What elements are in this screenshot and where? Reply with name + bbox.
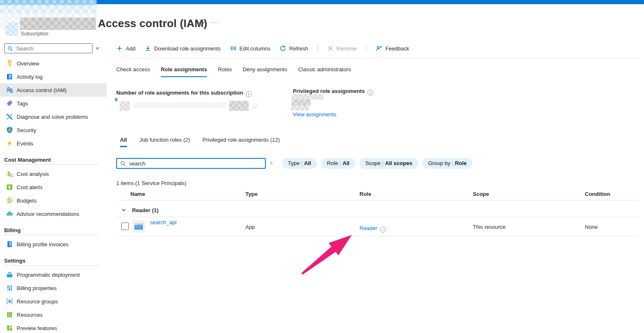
sidebar-item-resources[interactable]: Resources <box>0 308 107 321</box>
header-divider-line <box>116 200 638 200</box>
pill-value: Role <box>455 160 467 166</box>
edit-columns-icon <box>230 45 237 52</box>
sidebar-search-box[interactable] <box>4 43 92 53</box>
clear-search-icon[interactable]: × <box>270 159 273 166</box>
edit-columns-button[interactable]: Edit columns <box>230 45 270 52</box>
sidebar-item-programmatic-deployment[interactable]: Programmatic deployment <box>0 268 107 281</box>
favorite-star-icon[interactable] <box>197 20 205 28</box>
row-type-cell: App <box>245 224 255 230</box>
sidebar-section-cost-management: Cost Management <box>4 157 51 163</box>
info-icon[interactable] <box>367 90 373 95</box>
column-header-role[interactable]: Role <box>359 191 371 197</box>
tab-check-access[interactable]: Check access <box>116 66 150 77</box>
sidebar-item-tags[interactable]: Tags <box>0 97 107 110</box>
row-role-cell: Reader <box>359 225 386 233</box>
sidebar-item-budgets[interactable]: $ Budgets <box>0 194 107 207</box>
info-icon[interactable] <box>380 227 386 233</box>
sidebar-item-billing-profile-invoices[interactable]: Billing profile invoices <box>0 238 107 251</box>
info-icon[interactable] <box>246 91 252 97</box>
tab-role-assignments[interactable]: Role assignments <box>161 66 207 77</box>
role-link[interactable]: Reader <box>359 225 377 231</box>
sidebar-item-diagnose[interactable]: Diagnose and solve problems <box>0 110 107 123</box>
filter-pill-scope[interactable]: Scope : All scopes <box>359 158 418 169</box>
sidebar-item-resource-groups[interactable]: Resource groups <box>0 295 107 308</box>
assignment-search-input[interactable] <box>128 160 265 167</box>
tab-deny-assignments[interactable]: Deny assignments <box>242 66 287 77</box>
download-role-assignments-button[interactable]: Download role assignments <box>145 45 221 52</box>
filter-pill-group-by[interactable]: Group by : Role <box>422 158 473 169</box>
sidebar-item-label: Billing profile invoices <box>17 241 68 248</box>
assignment-search-box[interactable] <box>116 158 266 169</box>
pill-label: Scope <box>365 160 381 166</box>
sidebar-item-preview-features[interactable]: Preview features <box>0 321 107 333</box>
sidebar-item-label: Resources <box>17 312 42 318</box>
access-control-icon <box>6 86 13 94</box>
collapse-sidebar-icon[interactable]: « <box>96 44 99 51</box>
redacted-subscription-icon <box>6 23 18 36</box>
redacted-value <box>292 94 323 100</box>
sidebar-item-cost-analysis[interactable]: $ Cost analysis <box>0 167 107 180</box>
sidebar-item-label: Resource groups <box>17 298 58 305</box>
preview-features-icon <box>6 324 13 332</box>
sidebar-item-security[interactable]: Security <box>0 123 107 137</box>
sidebar-item-overview[interactable]: Overview <box>0 57 107 70</box>
sidebar-item-billing-properties[interactable]: Billing properties <box>0 281 107 295</box>
app-icon <box>132 220 145 234</box>
sidebar-item-label: Security <box>17 127 36 133</box>
sidebar-item-cost-alerts[interactable]: $ Cost alerts <box>0 180 107 194</box>
shield-lock-icon <box>6 126 13 134</box>
remove-button[interactable]: Remove <box>327 45 357 52</box>
svg-text:$: $ <box>8 185 11 190</box>
column-header-type[interactable]: Type <box>245 191 257 197</box>
role-count-title: Number of role assignments for this subs… <box>116 90 252 97</box>
column-header-scope[interactable]: Scope <box>473 191 489 197</box>
sidebar-item-advisor-recommendations[interactable]: Advisor recommendations <box>0 207 107 220</box>
tab-roles[interactable]: Roles <box>218 66 232 77</box>
sidebar-item-label: Events <box>17 140 33 147</box>
more-actions-icon[interactable]: ··· <box>211 18 220 25</box>
pill-separator: : <box>338 160 342 166</box>
column-header-name[interactable]: Name <box>130 191 145 197</box>
row-checkbox[interactable] <box>121 223 129 230</box>
filter-tab-bar: All Job function roles (2) Privileged ro… <box>120 137 280 147</box>
group-row-label[interactable]: Reader (1) <box>132 207 159 213</box>
group-collapse-chevron[interactable] <box>121 208 126 214</box>
sidebar-item-label: Activity log <box>17 74 42 80</box>
feedback-button[interactable]: Feedback <box>375 45 409 52</box>
chevron-down-icon <box>121 208 126 213</box>
resource-group-icon <box>6 298 13 305</box>
pill-value: All scopes <box>385 160 412 166</box>
button-label: Feedback <box>385 45 409 52</box>
sidebar-item-label: Tags <box>17 100 28 107</box>
tab-classic-administrators[interactable]: Classic administrators <box>298 66 351 77</box>
sidebar-search-input[interactable] <box>15 45 92 52</box>
divider <box>4 164 98 165</box>
row-divider-line <box>116 236 638 236</box>
sidebar-item-label: Budgets <box>17 198 37 204</box>
redacted-breadcrumb <box>0 5 97 13</box>
filter-pill-role[interactable]: Role : All <box>321 158 355 169</box>
redacted-topbar <box>0 0 97 5</box>
sidebar-item-access-control-iam[interactable]: Access control (IAM) <box>0 83 107 97</box>
principal-name-link[interactable]: search_api <box>150 219 177 225</box>
add-button[interactable]: Add <box>116 45 135 52</box>
subtab-all[interactable]: All <box>120 137 127 147</box>
column-header-condition[interactable]: Condition <box>585 191 610 197</box>
subtab-privileged-role-assignments[interactable]: Privileged role assignments (12) <box>202 137 280 147</box>
sidebar-item-events[interactable]: Events <box>0 137 107 150</box>
refresh-button[interactable]: Refresh <box>280 45 308 52</box>
subtab-job-function-roles[interactable]: Job function roles (2) <box>140 137 190 147</box>
page-title: Access control (IAM) <box>98 17 207 30</box>
download-icon <box>145 45 151 52</box>
divider <box>4 235 98 235</box>
redacted-mark <box>252 103 257 109</box>
view-assignments-link[interactable]: View assignments <box>293 111 337 118</box>
advisor-cloud-icon <box>6 210 13 218</box>
refresh-icon <box>280 45 286 52</box>
toolbox-icon <box>6 271 13 278</box>
sidebar-item-activity-log[interactable]: Activity log <box>0 70 107 83</box>
button-label: Download role assignments <box>154 45 221 52</box>
filter-pill-type[interactable]: Type : All <box>282 158 317 169</box>
invoice-icon <box>6 240 13 248</box>
feedback-person-icon <box>375 45 382 52</box>
